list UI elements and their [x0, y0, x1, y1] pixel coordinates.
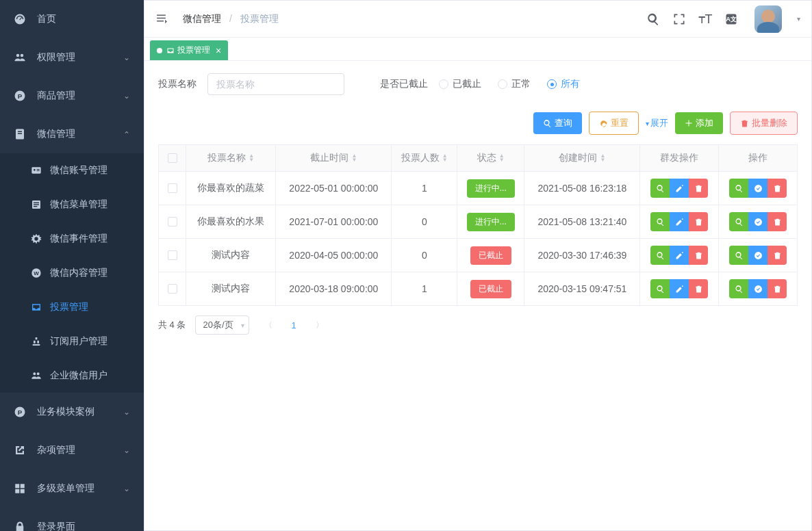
sidebar-subitem[interactable]: 订阅用户管理 — [0, 324, 144, 359]
sidebar-item-label: 投票管理 — [50, 301, 88, 313]
data-table: 投票名称▲▼截止时间▲▼投票人数▲▼状态▲▼创建时间▲▼群发操作操作 你最喜欢的… — [158, 144, 798, 306]
confirm-button[interactable] — [748, 179, 767, 198]
name-filter-label: 投票名称 — [158, 78, 196, 90]
sidebar-item[interactable]: 多级菜单管理⌄ — [0, 469, 144, 508]
chevron-down-icon: ⌄ — [123, 91, 130, 101]
row-actions — [729, 212, 787, 231]
edit-button[interactable] — [670, 212, 689, 231]
view-button[interactable] — [729, 212, 748, 231]
sidebar-item[interactable]: 商品管理⌄ — [0, 77, 144, 115]
delete-button[interactable] — [767, 212, 787, 231]
expand-link[interactable]: ▾ 展开 — [646, 117, 668, 129]
sidebar-subitem[interactable]: 微信菜单管理 — [0, 187, 144, 222]
radio-option[interactable]: 所有 — [547, 78, 580, 90]
avatar[interactable] — [754, 5, 782, 33]
pagination: 共 4 条 20条/页 〈 1 〉 — [158, 315, 798, 335]
sidebar-item-label: 商品管理 — [37, 90, 75, 102]
sidebar-item[interactable]: 登录界面 — [0, 508, 144, 531]
reset-button[interactable]: 重置 — [589, 112, 639, 135]
search-icon[interactable] — [646, 12, 660, 26]
sidebar-item[interactable]: 微信管理⌄ — [0, 115, 144, 153]
sidebar-subitem[interactable]: 微信账号管理 — [0, 153, 144, 187]
sidebar-item-label: 首页 — [37, 13, 56, 25]
view-button[interactable] — [650, 212, 670, 231]
action-bar: 查询 重置 ▾ 展开 添加 批量删除 — [158, 112, 798, 135]
status-filter-label: 是否已截止 — [380, 78, 428, 90]
cell-created: 2020-03-15 09:47:51 — [524, 272, 640, 306]
status-badge: 已截止 — [470, 280, 511, 298]
sidebar-subitem[interactable]: 投票管理 — [0, 290, 144, 324]
sidebar-item[interactable]: 杂项管理⌄ — [0, 431, 144, 469]
sidebar-item-label: 多级菜单管理 — [37, 482, 94, 495]
view-button[interactable] — [650, 246, 670, 265]
radio-label: 已截止 — [453, 78, 481, 90]
inbox-icon — [31, 302, 42, 313]
sidebar-item[interactable]: 权限管理⌄ — [0, 38, 144, 77]
search-button[interactable]: 查询 — [533, 112, 582, 134]
row-actions — [729, 246, 787, 265]
wp-icon — [31, 268, 42, 279]
sidebar-item-label: 登录界面 — [37, 521, 75, 531]
row-checkbox[interactable] — [168, 284, 177, 294]
sidebar-item[interactable]: 业务模块案例⌄ — [0, 393, 144, 431]
grid-icon — [14, 482, 26, 495]
cell-name: 你最喜欢的蔬菜 — [186, 172, 276, 205]
confirm-button[interactable] — [748, 279, 767, 298]
table-column-header[interactable]: 状态▲▼ — [457, 145, 524, 172]
view-button[interactable] — [650, 179, 670, 198]
chevron-down-icon[interactable]: ▾ — [797, 15, 800, 23]
table-column-header[interactable]: 截止时间▲▼ — [276, 145, 392, 172]
edit-button[interactable] — [670, 279, 689, 298]
next-page-button[interactable]: 〉 — [310, 315, 329, 335]
view-button[interactable] — [729, 246, 748, 265]
breadcrumb-item[interactable]: 微信管理 — [183, 13, 221, 24]
table-column-header[interactable]: 投票人数▲▼ — [392, 145, 457, 172]
delete-button[interactable] — [689, 246, 708, 265]
table-column-header[interactable]: 创建时间▲▼ — [524, 145, 640, 172]
radio-option[interactable]: 已截止 — [439, 78, 481, 90]
delete-button[interactable] — [767, 279, 787, 298]
font-size-icon[interactable]: ᴛT — [698, 12, 712, 26]
sidebar-item[interactable]: 首页 — [0, 0, 144, 38]
view-button[interactable] — [650, 279, 670, 298]
id-card-icon — [31, 165, 42, 176]
add-button[interactable]: 添加 — [675, 112, 723, 134]
confirm-button[interactable] — [748, 212, 767, 231]
sidebar-subitem[interactable]: 企业微信用户 — [0, 359, 144, 393]
page-number[interactable]: 1 — [288, 320, 301, 331]
view-button[interactable] — [729, 179, 748, 198]
prev-page-button[interactable]: 〈 — [259, 315, 278, 335]
table-column-header[interactable]: 投票名称▲▼ — [186, 145, 276, 172]
tab-vote-manage[interactable]: 投票管理 × — [150, 40, 228, 60]
row-checkbox[interactable] — [168, 250, 177, 260]
language-icon[interactable] — [724, 12, 738, 26]
batch-delete-button[interactable]: 批量删除 — [730, 112, 798, 135]
chevron-down-icon: ⌄ — [123, 484, 130, 493]
delete-button[interactable] — [689, 212, 708, 231]
group-send-actions — [650, 179, 708, 198]
edit-button[interactable] — [670, 246, 689, 265]
close-icon[interactable]: × — [216, 45, 221, 56]
radio-option[interactable]: 正常 — [498, 78, 531, 90]
sidebar-item-label: 订阅用户管理 — [50, 335, 107, 348]
page-size-select[interactable]: 20条/页 — [195, 315, 249, 335]
delete-button[interactable] — [767, 246, 787, 265]
edit-button[interactable] — [670, 179, 689, 198]
sidebar-subitem[interactable]: 微信内容管理 — [0, 256, 144, 290]
delete-button[interactable] — [689, 279, 708, 298]
chevron-down-icon: ⌄ — [123, 407, 130, 417]
view-button[interactable] — [729, 279, 748, 298]
name-filter-input[interactable] — [207, 73, 344, 95]
tab-active-dot-icon — [157, 48, 162, 53]
confirm-button[interactable] — [748, 246, 767, 265]
select-all-checkbox[interactable] — [168, 153, 177, 163]
delete-button[interactable] — [767, 179, 787, 198]
sidebar-subitem[interactable]: 微信事件管理 — [0, 222, 144, 256]
row-checkbox[interactable] — [168, 183, 177, 193]
menu-toggle-icon[interactable] — [155, 12, 169, 26]
breadcrumb-sep: / — [229, 13, 232, 24]
row-checkbox[interactable] — [168, 217, 177, 226]
fullscreen-icon[interactable] — [672, 12, 686, 26]
delete-button[interactable] — [689, 179, 708, 198]
status-badge: 已截止 — [470, 246, 511, 265]
